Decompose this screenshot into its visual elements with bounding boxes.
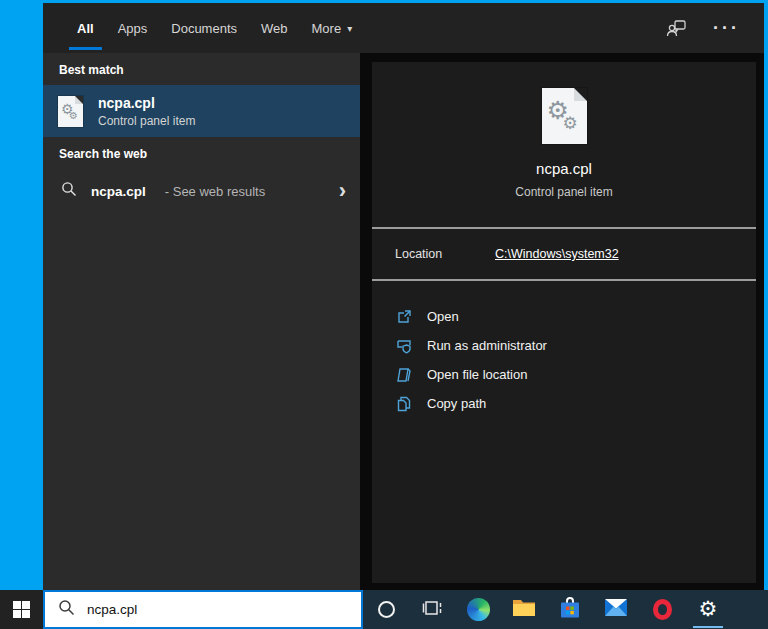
microsoft-store-icon bbox=[559, 597, 581, 623]
web-query: ncpa.cpl bbox=[91, 184, 146, 199]
results-list: Best match ⚙ ⚙ ncpa.cpl Control panel it… bbox=[43, 53, 360, 590]
opera-button[interactable] bbox=[639, 590, 685, 629]
tabbar-right-icons: ··· bbox=[666, 3, 764, 53]
preview-subtitle: Control panel item bbox=[515, 185, 612, 199]
chevron-right-icon: › bbox=[339, 181, 346, 201]
preview-title: ncpa.cpl bbox=[536, 160, 592, 177]
preview-panel: ⚙ ⚙ ncpa.cpl Control panel item Location… bbox=[360, 53, 764, 590]
open-icon bbox=[395, 308, 412, 325]
taskbar: ⚙ bbox=[0, 590, 768, 629]
search-icon bbox=[58, 599, 75, 620]
action-open[interactable]: Open bbox=[395, 302, 756, 331]
web-search-result[interactable]: ncpa.cpl - See web results › bbox=[43, 171, 360, 211]
tab-all[interactable]: All bbox=[65, 3, 106, 53]
tab-apps-label: Apps bbox=[118, 21, 148, 36]
feedback-icon[interactable] bbox=[666, 19, 687, 38]
task-view-icon bbox=[422, 599, 442, 621]
windows-logo-icon bbox=[13, 601, 31, 619]
mail-icon bbox=[604, 598, 628, 621]
action-open-file-location[interactable]: Open file location bbox=[395, 360, 756, 389]
best-match-result[interactable]: ⚙ ⚙ ncpa.cpl Control panel item bbox=[43, 85, 360, 137]
search-input[interactable] bbox=[87, 602, 327, 617]
action-label: Open file location bbox=[427, 367, 527, 382]
control-panel-file-icon: ⚙ ⚙ bbox=[58, 96, 83, 127]
search-flyout: All Apps Documents Web More ▾ ··· bbox=[43, 3, 764, 590]
tab-documents[interactable]: Documents bbox=[159, 3, 249, 53]
start-button[interactable] bbox=[0, 590, 43, 629]
cortana-icon bbox=[378, 601, 395, 618]
edge-icon bbox=[467, 598, 490, 621]
tab-more-label: More bbox=[312, 21, 342, 36]
cortana-button[interactable] bbox=[363, 590, 409, 629]
action-label: Open bbox=[427, 309, 459, 324]
folder-icon bbox=[395, 366, 412, 383]
web-suffix: - See web results bbox=[165, 184, 265, 199]
gear-glyph: ⚙ bbox=[69, 111, 78, 121]
tab-apps[interactable]: Apps bbox=[106, 3, 160, 53]
preview-card: ⚙ ⚙ ncpa.cpl Control panel item Location… bbox=[372, 62, 756, 583]
control-panel-file-icon-large: ⚙ ⚙ bbox=[542, 88, 587, 144]
task-view-button[interactable] bbox=[409, 590, 455, 629]
settings-gear-icon: ⚙ bbox=[699, 599, 718, 620]
search-web-header: Search the web bbox=[43, 137, 360, 169]
mail-button[interactable] bbox=[593, 590, 639, 629]
location-label: Location bbox=[395, 247, 495, 261]
best-match-header: Best match bbox=[43, 53, 360, 85]
taskbar-icons: ⚙ bbox=[363, 590, 768, 629]
taskbar-search-box[interactable] bbox=[43, 590, 363, 629]
location-row: Location C:\Windows\system32 bbox=[372, 229, 756, 279]
search-content: Best match ⚙ ⚙ ncpa.cpl Control panel it… bbox=[43, 53, 764, 590]
copy-icon bbox=[395, 395, 412, 412]
settings-button[interactable]: ⚙ bbox=[685, 590, 731, 629]
action-label: Run as administrator bbox=[427, 338, 547, 353]
search-icon bbox=[61, 181, 77, 201]
search-tabbar: All Apps Documents Web More ▾ ··· bbox=[43, 3, 764, 53]
action-label: Copy path bbox=[427, 396, 486, 411]
result-title: ncpa.cpl bbox=[98, 95, 195, 111]
action-run-as-admin[interactable]: Run as administrator bbox=[395, 331, 756, 360]
microsoft-store-button[interactable] bbox=[547, 590, 593, 629]
tab-all-label: All bbox=[77, 21, 94, 36]
tab-web-label: Web bbox=[261, 21, 288, 36]
edge-button[interactable] bbox=[455, 590, 501, 629]
location-link[interactable]: C:\Windows\system32 bbox=[495, 247, 619, 261]
gear-glyph: ⚙ bbox=[563, 115, 578, 132]
action-list: Open Run as administrator bbox=[372, 281, 756, 418]
file-explorer-icon bbox=[512, 598, 536, 622]
tab-more[interactable]: More ▾ bbox=[300, 3, 365, 53]
action-copy-path[interactable]: Copy path bbox=[395, 389, 756, 418]
chevron-down-icon: ▾ bbox=[347, 23, 352, 34]
more-options-icon[interactable]: ··· bbox=[713, 23, 740, 33]
tab-web[interactable]: Web bbox=[249, 3, 300, 53]
result-subtitle: Control panel item bbox=[98, 114, 195, 128]
opera-icon bbox=[653, 599, 672, 620]
file-explorer-button[interactable] bbox=[501, 590, 547, 629]
shield-icon bbox=[395, 337, 412, 354]
tab-documents-label: Documents bbox=[171, 21, 237, 36]
